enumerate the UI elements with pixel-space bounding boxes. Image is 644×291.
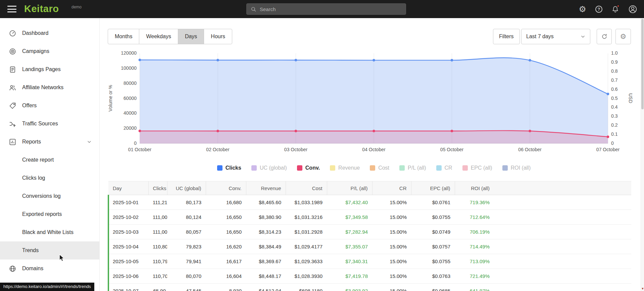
sidebar-item-domains[interactable]: Domains [0, 259, 99, 278]
trends-chart-plot[interactable] [140, 53, 608, 143]
legend-label: ROI (all) [511, 165, 531, 171]
y-axis-tick-right: 0.6 [611, 86, 626, 92]
legend-swatch [217, 165, 222, 171]
cell-epc: $0.0685 [411, 284, 455, 291]
sidebar-item-create-report[interactable]: Create report [0, 151, 99, 169]
x-axis-tick: 06 October [510, 147, 550, 152]
cell-day: 2025-10-06 [108, 269, 148, 284]
table-row[interactable]: 2025-10-04 110,80 79,823 16,620 $8,384.4… [108, 239, 631, 254]
table-row[interactable]: 2025-10-06 110,70 80,070 16,604 $8,448.1… [108, 269, 631, 284]
sidebar-item-reports[interactable]: Reports [0, 133, 99, 151]
legend-item[interactable]: Revenue [330, 165, 360, 171]
column-header-day[interactable]: Day [108, 181, 148, 195]
cell-clicks: 110,79 [148, 254, 167, 269]
legend-item[interactable]: P/L (all) [399, 165, 426, 171]
notifications-bell-icon[interactable] [611, 5, 619, 13]
main-content: Months Weekdays Days Hours Filters Last … [100, 18, 644, 291]
sidebar-item-label: Offers [22, 103, 37, 109]
sidebar-item-label: Conversions log [22, 193, 61, 199]
search-input[interactable] [260, 6, 402, 12]
sidebar-item-offers[interactable]: Offers [0, 97, 99, 115]
filters-button[interactable]: Filters [493, 29, 520, 44]
tab-weekdays[interactable]: Weekdays [139, 29, 178, 44]
hamburger-menu-icon[interactable] [7, 6, 16, 12]
sidebar: Dashboard Campaigns Landings Pages Affil… [0, 18, 100, 291]
column-header-cost[interactable]: Cost [286, 181, 327, 195]
column-header-roi-all[interactable]: ROI (all) [455, 181, 494, 195]
sidebar-item-trends[interactable]: Trends [0, 241, 99, 259]
tab-months[interactable]: Months [108, 29, 139, 44]
brand-logo[interactable]: Keitaro [24, 3, 59, 14]
sidebar-item-dashboard[interactable]: Dashboard [0, 24, 99, 42]
cell-pl: $7,349.58 [327, 210, 372, 225]
legend-item[interactable]: Cost [370, 165, 389, 171]
sidebar-item-label: Trends [22, 247, 39, 253]
page-scrollbar[interactable]: ▼ [641, 18, 644, 291]
period-select-value: Last 7 days [526, 34, 554, 40]
sidebar-item-conversions-log[interactable]: Conversions log [0, 187, 99, 205]
user-avatar-icon[interactable] [628, 5, 637, 14]
tab-hours[interactable]: Hours [204, 29, 232, 44]
cell-roi: 713.09% [455, 254, 494, 269]
cell-day: 2025-10-03 [108, 225, 148, 239]
refresh-button[interactable] [597, 29, 612, 44]
cell-cost: $1,031.2928 [286, 225, 327, 239]
chart-legend: Clicks UC (global) Conv. Revenue Cost [140, 165, 608, 171]
table-row[interactable]: 2025-10-02 111,00 80,124 16,650 $8,380.9… [108, 210, 631, 225]
scroll-down-indicator[interactable]: ▼ [641, 287, 644, 290]
period-select[interactable]: Last 7 days [521, 29, 590, 44]
chart-settings-button[interactable]: ⚙ [615, 29, 631, 44]
cell-filler [494, 269, 631, 284]
legend-item[interactable]: EPC (all) [462, 165, 492, 171]
legend-label: Cost [378, 165, 389, 171]
table-row[interactable]: 2025-10-03 111,00 80,057 16,650 $8,314.2… [108, 225, 631, 239]
cell-day: 2025-10-01 [108, 195, 148, 210]
help-icon[interactable]: ? [595, 6, 602, 13]
column-header-pl-all[interactable]: P/L (all) [327, 181, 372, 195]
cell-filler [494, 239, 631, 254]
tab-days[interactable]: Days [178, 29, 204, 44]
cell-filler [494, 225, 631, 239]
settings-gear-icon[interactable]: ⚙ [579, 5, 586, 13]
table-row[interactable]: 2025-10-07 65,90 47,545 8,930 $4,512.04 … [108, 284, 631, 291]
legend-label: P/L (all) [408, 165, 426, 171]
table-row[interactable]: 2025-10-05 110,79 79,941 16,617 $8,369.6… [108, 254, 631, 269]
scrollbar-thumb[interactable] [641, 19, 644, 109]
cell-revenue: $8,380.90 [246, 210, 286, 225]
column-header-conv[interactable]: Conv. [206, 181, 246, 195]
sidebar-item-campaigns[interactable]: Campaigns [0, 42, 99, 60]
column-header-clicks[interactable]: Clicks [148, 181, 167, 195]
search-bar[interactable] [246, 3, 406, 15]
sidebar-item-traffic-sources[interactable]: Traffic Sources [0, 115, 99, 133]
cell-cr: 15.00% [372, 239, 411, 254]
refresh-icon [601, 33, 608, 40]
cell-roi: 714.49% [455, 239, 494, 254]
table-row[interactable]: 2025-10-01 111,21 80,173 16,680 $8,465.6… [108, 195, 631, 210]
sidebar-item-exported-reports[interactable]: Exported reports [0, 205, 99, 223]
cell-clicks: 65,90 [148, 284, 167, 291]
env-label: demo [71, 5, 82, 9]
column-header-uc-global[interactable]: UC (global) [167, 181, 206, 195]
legend-item[interactable]: ROI (all) [502, 165, 531, 171]
legend-item[interactable]: CR [436, 165, 452, 171]
sidebar-item-label: Exported reports [22, 211, 62, 217]
cell-epc: $0.0749 [411, 225, 455, 239]
legend-item[interactable]: UC (global) [251, 165, 287, 171]
chevron-down-icon [581, 34, 585, 39]
column-header-epc-all[interactable]: EPC (all) [411, 181, 455, 195]
sidebar-item-clicks-log[interactable]: Clicks log [0, 169, 99, 187]
y-axis-tick-right: 0.7 [611, 77, 626, 83]
sidebar-item-black-and-white-lists[interactable]: Black and White Lists [0, 223, 99, 241]
legend-item[interactable]: Conv. [297, 165, 320, 171]
column-header-revenue[interactable]: Revenue [246, 181, 286, 195]
sidebar-item-affiliate-networks[interactable]: Affiliate Networks [0, 78, 99, 97]
cell-filler [494, 284, 631, 291]
legend-item[interactable]: Clicks [217, 165, 241, 171]
sidebar-item-label: Clicks log [22, 175, 45, 181]
sidebar-item-landings-pages[interactable]: Landings Pages [0, 60, 99, 78]
sidebar-item-label: Affiliate Networks [22, 84, 63, 91]
cell-pl: $3,903.92 [327, 284, 372, 291]
y-axis-tick-right: 0.1 [611, 131, 626, 137]
x-axis-tick: 07 October [588, 147, 628, 152]
column-header-cr[interactable]: CR [372, 181, 411, 195]
